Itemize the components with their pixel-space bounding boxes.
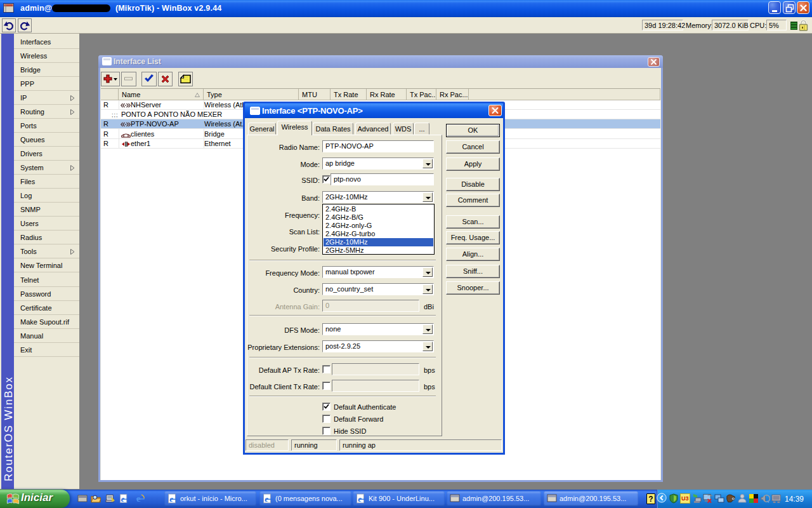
svg-text:U3: U3 <box>681 495 689 502</box>
svg-text:e: e <box>136 493 141 504</box>
